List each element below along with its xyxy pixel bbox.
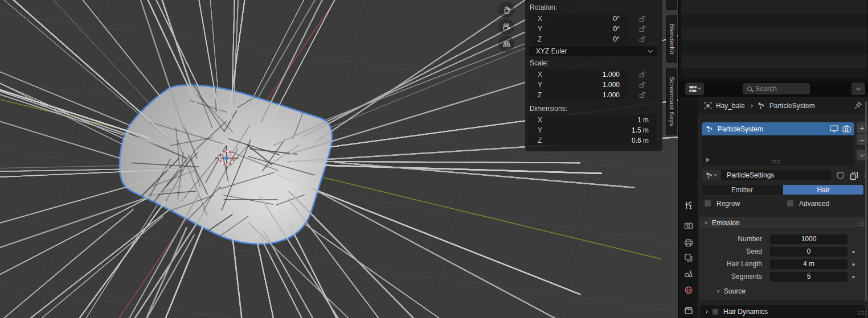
lock-icon[interactable] xyxy=(638,81,647,88)
new-copy-icon[interactable] xyxy=(850,171,858,180)
advanced-label: Advanced xyxy=(799,200,829,208)
pan-hand-button[interactable] xyxy=(498,2,514,18)
dimensions-y-field[interactable]: Y 1.5 m xyxy=(529,125,657,135)
tab-render[interactable] xyxy=(681,218,696,233)
number-field[interactable]: 1000 xyxy=(770,234,847,244)
world-icon xyxy=(684,286,693,295)
datablock-browse-button[interactable] xyxy=(702,170,720,180)
render-icon xyxy=(684,221,693,230)
chevron-down-icon xyxy=(714,173,717,176)
header-options-button[interactable] xyxy=(851,82,865,95)
breadcrumb-object[interactable]: Hay_bale xyxy=(716,102,745,110)
particle-system-list-item[interactable]: ParticleSystem xyxy=(702,122,854,135)
advanced-checkbox[interactable] xyxy=(787,200,794,207)
lock-icon[interactable] xyxy=(638,15,647,22)
tab-world[interactable] xyxy=(681,283,696,298)
search-icon xyxy=(747,86,752,91)
hair-dynamics-panel-header[interactable]: Hair Dynamics xyxy=(699,305,865,318)
particle-system-list: ParticleSystem xyxy=(702,122,854,166)
camera-icon xyxy=(502,23,511,31)
hair-length-field[interactable]: 4 m xyxy=(770,259,847,269)
show-viewport-icon[interactable] xyxy=(830,125,838,133)
regrow-checkbox[interactable] xyxy=(704,200,711,207)
dimensions-x-field[interactable]: X 1 m xyxy=(529,115,657,125)
rotation-label: Rotation: xyxy=(530,3,658,12)
pin-icon[interactable] xyxy=(854,101,862,110)
breadcrumb-item[interactable]: ParticleSystem xyxy=(769,102,815,110)
datablock-row: ParticleSettings × xyxy=(702,170,868,180)
tab-screencast-keys[interactable]: Screencast Keys xyxy=(666,68,677,135)
tab-tool[interactable] xyxy=(681,198,696,213)
panel-grip-icon[interactable] xyxy=(858,222,859,224)
tab-blenderkit[interactable]: BlenderKit xyxy=(666,15,677,63)
properties-editor: Search xyxy=(678,0,868,318)
chevron-down-icon xyxy=(705,220,708,224)
lock-icon[interactable] xyxy=(638,71,647,78)
properties-content: Hay_bale ParticleSystem xyxy=(698,97,868,318)
scale-label: Scale: xyxy=(530,59,658,68)
tab-output[interactable] xyxy=(681,236,696,250)
list-expand-icon[interactable] xyxy=(706,158,710,162)
particle-type-toggle: Emitter Hair xyxy=(702,185,863,195)
scale-y-field[interactable]: Y 1.000 xyxy=(529,80,628,89)
transform-sidebar-panel: Rotation: X 0° Y 0° xyxy=(525,0,662,151)
hair-tab[interactable]: Hair xyxy=(783,185,863,195)
animate-dot-icon[interactable] xyxy=(852,251,855,254)
properties-tab-rail xyxy=(679,97,698,318)
animate-dot-icon[interactable] xyxy=(852,263,855,266)
chevron-down-icon xyxy=(648,48,653,52)
dimensions-label: Dimensions: xyxy=(530,104,658,113)
tab-collection[interactable] xyxy=(681,303,696,318)
scale-x-field[interactable]: X 1.000 xyxy=(529,69,628,79)
scale-z-field[interactable]: Z 1.000 xyxy=(529,90,628,100)
grid-icon xyxy=(502,40,511,48)
search-input[interactable]: Search xyxy=(743,83,810,94)
source-subpanel-header[interactable]: Source xyxy=(716,287,746,295)
chevron-down-icon xyxy=(698,86,701,90)
chevron-right-icon xyxy=(716,290,719,293)
editor-type-button[interactable] xyxy=(685,82,704,95)
chevron-right-icon xyxy=(705,310,708,313)
object-icon xyxy=(704,102,712,110)
lock-icon[interactable] xyxy=(638,26,647,32)
perspective-grid-button[interactable] xyxy=(498,36,514,52)
particle-system-name: ParticleSystem xyxy=(718,125,763,133)
particles-icon xyxy=(706,125,714,133)
fake-user-shield-icon[interactable] xyxy=(836,171,845,180)
scrollbar[interactable] xyxy=(865,101,867,302)
emission-panel-body: Number 1000 Seed 0 Hair Length 4 m Segme… xyxy=(699,228,865,300)
rotation-z-field[interactable]: Z 0° xyxy=(529,34,628,44)
output-icon xyxy=(684,238,693,247)
resize-grip-icon[interactable] xyxy=(772,160,773,161)
tab-view-layer[interactable] xyxy=(681,250,696,265)
hair-options-row: Regrow Advanced xyxy=(698,200,868,208)
tab-scene[interactable] xyxy=(681,266,696,281)
lock-icon[interactable] xyxy=(638,92,647,98)
3d-viewport[interactable]: Rotation: X 0° Y 0° xyxy=(0,0,678,318)
emission-panel-header[interactable]: Emission xyxy=(699,217,865,228)
particles-icon xyxy=(706,172,713,179)
segments-field[interactable]: 5 xyxy=(770,272,847,282)
dimensions-z-field[interactable]: Z 0.6 m xyxy=(529,135,657,145)
regrow-label: Regrow xyxy=(716,200,740,208)
lock-icon[interactable] xyxy=(638,36,647,43)
seed-field[interactable]: 0 xyxy=(770,247,847,257)
hair-dynamics-checkbox[interactable] xyxy=(712,308,719,315)
rotation-mode-dropdown[interactable]: XYZ Euler xyxy=(529,46,657,56)
properties-editor-icon xyxy=(689,85,697,93)
outliner-panel[interactable] xyxy=(681,0,867,78)
rotation-y-field[interactable]: Y 0° xyxy=(529,24,628,34)
collection-icon xyxy=(684,306,693,315)
emitter-tab[interactable]: Emitter xyxy=(702,185,783,195)
panel-grip-icon[interactable] xyxy=(858,311,859,312)
chevron-right-icon xyxy=(750,104,753,108)
tab-view[interactable]: View xyxy=(666,0,677,10)
camera-view-button[interactable] xyxy=(498,19,514,35)
animate-dot-icon[interactable] xyxy=(852,276,855,279)
show-render-icon[interactable] xyxy=(842,125,851,133)
chevron-down-icon xyxy=(856,85,861,90)
datablock-name-field[interactable]: ParticleSettings xyxy=(721,170,831,180)
chevron-down-icon xyxy=(859,152,864,156)
rotation-x-field[interactable]: X 0° xyxy=(529,14,628,23)
view-layer-icon xyxy=(684,253,693,262)
